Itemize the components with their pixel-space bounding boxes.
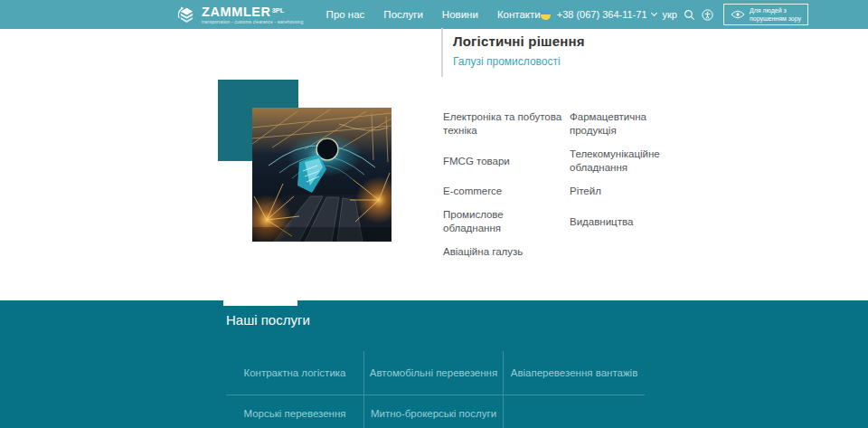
main-navigation: Про нас Послуги Новини Контакти [326,9,541,20]
service-link-contract-logistics[interactable]: Контрактна логістика [244,367,346,378]
eye-icon [731,10,745,19]
service-link-road-transport[interactable]: Автомобільні перевезення [370,367,497,378]
vision-button-label: Для людей з порушенням зору [750,6,801,24]
industry-link-retail[interactable]: Рітейл [570,185,680,198]
white-notch-decoration [223,300,297,306]
nav-item-services[interactable]: Послуги [383,9,423,20]
industry-link-ecommerce[interactable]: E-commerce [443,185,562,198]
accessibility-icon [702,9,713,21]
industry-link-publishing[interactable]: Видавництва [570,215,680,229]
industries-link-list: Електроніка та побутова техніка Фармацев… [443,110,680,259]
zammler-logo-icon [177,5,196,24]
industry-link-telecom[interactable]: Телекомунікаційне обладнання [570,147,680,175]
service-cell: Морські перевезення [226,395,364,428]
industry-link-aviation[interactable]: Авіаційна галузь [443,245,562,259]
vision-impaired-mode-button[interactable]: Для людей з порушенням зору [723,4,808,26]
services-section: Наші послуги Контрактна логістика Автомо… [0,300,868,428]
service-cell: Контрактна логістика [226,351,364,395]
services-section-title: Наші послуги [226,312,310,328]
zammler-page: ZAMMLER3PL transportation - customs clea… [0,0,868,428]
phone-dropdown[interactable]: +38 (067) 364-11-71 [557,9,656,20]
service-link-air-freight[interactable]: Авіаперевезення вантажів [511,367,638,378]
nav-item-about[interactable]: Про нас [326,9,365,20]
service-cell: Автомобільні перевезення [364,351,504,395]
industry-link-industrial[interactable]: Промислове обладнання [443,208,562,235]
industry-link-pharma[interactable]: Фармацевтична продукція [570,110,680,138]
nav-item-news[interactable]: Новини [442,9,478,20]
industries-section-link[interactable]: Галузі промисловості [453,55,561,68]
logo-tagline: transportation - customs clearance - war… [202,21,304,25]
industry-link-fmcg[interactable]: FMCG товари [443,155,562,168]
service-cell: Митно-брокерські послуги [364,395,504,428]
page-title: Логістичні рішення [453,33,585,49]
page-heading-block: Логістичні рішення Галузі промисловості [441,28,585,77]
chevron-down-icon [650,10,656,16]
warehouse-lightpainting-photo [252,108,392,242]
search-button[interactable] [684,9,695,21]
services-grid: Контрактна логістика Автомобільні переве… [226,351,645,428]
service-cell: Авіаперевезення вантажів [504,351,645,395]
phone-number: +38 (067) 364-11-71 [557,9,647,20]
service-link-customs-broker[interactable]: Митно-брокерські послуги [371,408,496,419]
accessibility-button[interactable] [702,9,713,21]
header-right-group: +38 (067) 364-11-71 укр [541,4,808,26]
nav-item-contacts[interactable]: Контакти [497,9,541,20]
industry-link-electronics[interactable]: Електроніка та побутова техніка [443,110,562,138]
logo-brand-name: ZAMMLER [202,5,271,19]
ukraine-flag-icon [541,10,551,20]
top-header-bar: ZAMMLER3PL transportation - customs clea… [0,0,868,29]
language-switcher[interactable]: укр [663,9,677,20]
service-cell-empty [504,395,645,428]
search-icon [684,9,695,21]
logo-text: ZAMMLER3PL transportation - customs clea… [202,5,304,25]
service-link-sea-transport[interactable]: Морські перевезення [243,408,345,419]
zammler-logo[interactable]: ZAMMLER3PL transportation - customs clea… [177,5,304,25]
logo-3pl-superscript: 3PL [272,6,285,14]
